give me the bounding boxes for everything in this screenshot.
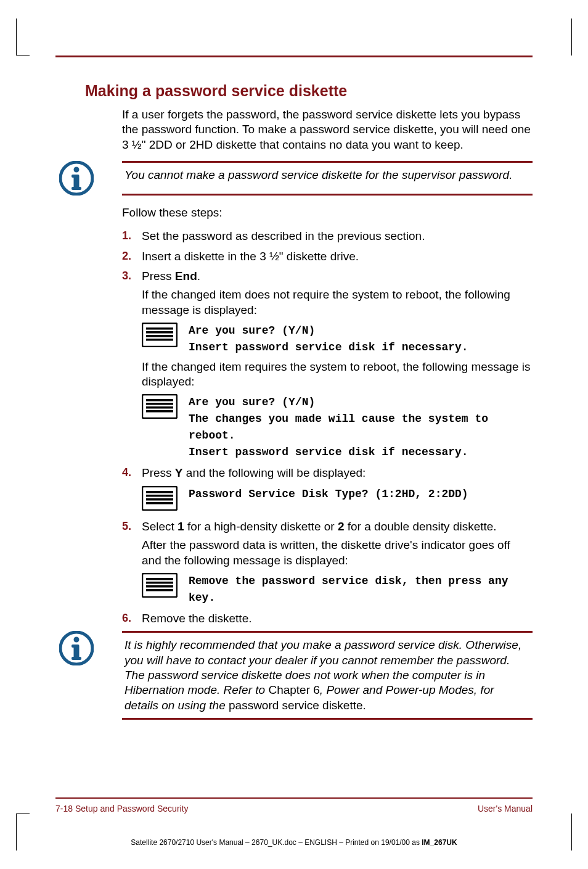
screen-block-2: Are you sure? (Y/N) The changes you made…: [142, 394, 533, 461]
svg-rect-7: [146, 331, 173, 334]
svg-rect-29: [71, 645, 78, 648]
svg-rect-28: [71, 657, 81, 660]
content-area: Making a password service diskette If a …: [55, 82, 533, 797]
svg-rect-11: [146, 399, 173, 402]
step-5-key-1: 1: [178, 520, 184, 533]
step-1: Set the password as described in the pre…: [122, 229, 533, 244]
screen-icon: [142, 573, 178, 601]
svg-rect-19: [146, 502, 173, 505]
svg-rect-4: [71, 175, 78, 178]
step-4: Press Y and the following will be displa…: [122, 466, 533, 514]
note2-part-e: .: [363, 699, 366, 712]
note2-chapter-ref: Chapter 6: [268, 683, 319, 696]
screen-3-line-1: Password Service Disk Type? (1:2HD, 2:2D…: [189, 486, 468, 503]
note-text-2: It is highly recommended that you make a…: [122, 631, 533, 720]
step-3-text-a: Press: [142, 270, 175, 282]
crop-mark-tl: [16, 19, 30, 56]
note-text-1: You cannot make a password service diske…: [122, 161, 533, 196]
step-2-text: Insert a diskette in the 3 ½" diskette d…: [142, 250, 359, 263]
note-box-1: You cannot make a password service diske…: [55, 161, 533, 196]
screen-1-line-2: Insert password service disk if necessar…: [189, 339, 468, 356]
step-5-text-c: for a high-density diskette or: [184, 520, 338, 533]
section-heading: Making a password service diskette: [85, 82, 533, 100]
screen-block-3: Password Service Disk Type? (1:2HD, 2:2D…: [142, 486, 533, 514]
svg-rect-17: [146, 495, 173, 497]
footer-left: 7-18 Setup and Password Security: [55, 804, 189, 813]
svg-rect-6: [146, 327, 173, 330]
step-6-text: Remove the diskette.: [142, 612, 251, 625]
printline-text: Satellite 2670/2710 User's Manual – 2670…: [131, 838, 422, 847]
svg-rect-24: [146, 589, 173, 591]
screen-text-4: Remove the password service disk, then p…: [189, 573, 533, 606]
step-5-text-a: Select: [142, 520, 178, 533]
step-3-key: End: [175, 270, 197, 282]
svg-rect-22: [146, 582, 173, 584]
svg-rect-23: [146, 585, 173, 588]
step-5-after: After the password data is written, the …: [142, 538, 533, 568]
screen-2-line-1: Are you sure? (Y/N): [189, 394, 533, 411]
step-3-msg1-intro: If the changed item does not require the…: [142, 287, 533, 318]
svg-rect-12: [146, 403, 173, 405]
screen-icon: [142, 323, 178, 351]
step-5: Select 1 for a high-density diskette or …: [122, 519, 533, 606]
printline-doccode: IM_267UK: [422, 838, 457, 847]
page-footer: 7-18 Setup and Password Security User's …: [55, 797, 533, 813]
screen-1-line-1: Are you sure? (Y/N): [189, 323, 468, 339]
screen-block-1: Are you sure? (Y/N) Insert password serv…: [142, 323, 533, 356]
screen-text-2: Are you sure? (Y/N) The changes you made…: [189, 394, 533, 461]
screen-text-3: Password Service Disk Type? (1:2HD, 2:2D…: [189, 486, 468, 503]
step-5-key-2: 2: [338, 520, 345, 533]
svg-rect-21: [146, 578, 173, 580]
footer-right: User's Manual: [478, 804, 533, 813]
page-frame: Making a password service diskette If a …: [55, 56, 533, 813]
screen-2-line-3: Insert password service disk if necessar…: [189, 444, 533, 461]
screen-block-4: Remove the password service disk, then p…: [142, 573, 533, 606]
step-2: Insert a diskette in the 3 ½" diskette d…: [122, 249, 533, 264]
print-line: Satellite 2670/2710 User's Manual – 2670…: [0, 838, 588, 847]
screen-icon: [142, 394, 178, 422]
svg-rect-3: [71, 187, 81, 190]
step-1-text: Set the password as described in the pre…: [142, 229, 425, 242]
follow-steps-label: Follow these steps:: [122, 205, 533, 220]
step-4-text-c: and the following will be displayed:: [183, 466, 366, 479]
step-3: Press End. If the changed item does not …: [122, 269, 533, 461]
svg-point-1: [74, 167, 80, 172]
info-icon: [59, 161, 94, 196]
screen-4-line-1: Remove the password service disk, then p…: [189, 573, 533, 606]
screen-text-1: Are you sure? (Y/N) Insert password serv…: [189, 323, 468, 356]
svg-point-26: [74, 637, 80, 643]
svg-rect-14: [146, 410, 173, 413]
step-6: Remove the diskette.: [122, 611, 533, 626]
screen-2-line-2: The changes you made will cause the syst…: [189, 411, 533, 444]
svg-rect-16: [146, 491, 173, 493]
info-icon: [59, 631, 94, 665]
step-3-msg2-intro: If the changed item requires the system …: [142, 360, 533, 390]
note2-part-d: password service diskette: [229, 699, 363, 712]
crop-mark-tr: [571, 19, 572, 56]
svg-rect-9: [146, 339, 173, 341]
top-rule: [55, 56, 533, 57]
step-5-text-e: for a double density diskette.: [345, 520, 497, 533]
intro-paragraph: If a user forgets the password, the pass…: [122, 107, 533, 152]
svg-rect-8: [146, 335, 173, 337]
svg-rect-18: [146, 498, 173, 501]
step-3-text-c: .: [197, 270, 200, 282]
note-box-2: It is highly recommended that you make a…: [55, 631, 533, 720]
step-4-text-a: Press: [142, 466, 175, 479]
steps-list: Set the password as described in the pre…: [122, 229, 533, 626]
step-4-key: Y: [175, 466, 183, 479]
screen-icon: [142, 486, 178, 514]
svg-rect-13: [146, 406, 173, 409]
